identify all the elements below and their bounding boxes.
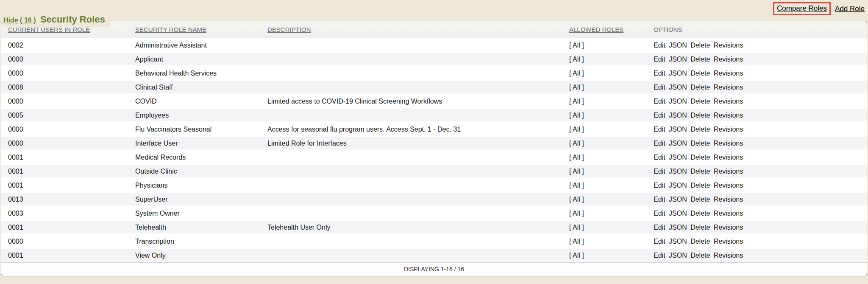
edit-link[interactable]: Edit (654, 98, 665, 105)
cell-options: Edit JSON Delete Revisions (654, 84, 867, 91)
delete-link[interactable]: Delete (690, 126, 710, 133)
table-footer: DISPLAYING 1-16 / 16 (1, 262, 867, 276)
cell-options: Edit JSON Delete Revisions (654, 154, 867, 161)
revisions-link[interactable]: Revisions (714, 140, 743, 147)
edit-link[interactable]: Edit (654, 112, 665, 119)
revisions-link[interactable]: Revisions (714, 168, 743, 175)
revisions-link[interactable]: Revisions (714, 252, 743, 259)
edit-link[interactable]: Edit (654, 168, 665, 175)
delete-link[interactable]: Delete (690, 84, 710, 91)
edit-link[interactable]: Edit (654, 84, 665, 91)
cell-security-role-name: Employees (135, 112, 267, 119)
edit-link[interactable]: Edit (654, 210, 665, 217)
cell-current-users-in-role: 0001 (8, 182, 135, 189)
delete-link[interactable]: Delete (690, 168, 710, 175)
revisions-link[interactable]: Revisions (714, 112, 743, 119)
revisions-link[interactable]: Revisions (714, 42, 743, 49)
json-link[interactable]: JSON (669, 182, 687, 189)
table-row: 0000 Interface User Limited Role for Int… (1, 136, 867, 150)
delete-link[interactable]: Delete (690, 98, 710, 105)
delete-link[interactable]: Delete (690, 252, 710, 259)
revisions-link[interactable]: Revisions (714, 210, 743, 217)
json-link[interactable]: JSON (669, 140, 687, 147)
delete-link[interactable]: Delete (690, 224, 710, 231)
cell-options: Edit JSON Delete Revisions (654, 126, 867, 133)
revisions-link[interactable]: Revisions (714, 154, 743, 161)
cell-allowed-roles: [ All ] (569, 140, 654, 147)
edit-link[interactable]: Edit (654, 238, 665, 245)
json-link[interactable]: JSON (669, 126, 687, 133)
json-link[interactable]: JSON (669, 56, 687, 63)
edit-link[interactable]: Edit (654, 70, 665, 77)
json-link[interactable]: JSON (669, 154, 687, 161)
delete-link[interactable]: Delete (690, 238, 710, 245)
revisions-link[interactable]: Revisions (714, 56, 743, 63)
delete-link[interactable]: Delete (690, 42, 710, 49)
cell-allowed-roles: [ All ] (569, 112, 654, 119)
delete-link[interactable]: Delete (690, 70, 710, 77)
json-link[interactable]: JSON (669, 112, 687, 119)
delete-link[interactable]: Delete (690, 140, 710, 147)
cell-allowed-roles: [ All ] (569, 196, 654, 203)
revisions-link[interactable]: Revisions (714, 224, 743, 231)
column-header-role-name[interactable]: SECURITY ROLE NAME (135, 26, 267, 33)
json-link[interactable]: JSON (669, 196, 687, 203)
cell-allowed-roles: [ All ] (569, 182, 654, 189)
json-link[interactable]: JSON (669, 224, 687, 231)
edit-link[interactable]: Edit (654, 196, 665, 203)
column-header-current-users[interactable]: CURRENT USERS IN ROLE (8, 26, 135, 33)
delete-link[interactable]: Delete (690, 182, 710, 189)
cell-allowed-roles: [ All ] (569, 56, 654, 63)
column-header-description[interactable]: DESCRIPTION (267, 26, 569, 33)
revisions-link[interactable]: Revisions (714, 182, 743, 189)
delete-link[interactable]: Delete (690, 196, 710, 203)
revisions-link[interactable]: Revisions (714, 238, 743, 245)
edit-link[interactable]: Edit (654, 42, 665, 49)
cell-security-role-name: Telehealth (135, 224, 267, 231)
page-title: Security Roles (40, 14, 105, 25)
table-row: 0001 Medical Records [ All ] Edit JSON D… (1, 150, 867, 164)
hide-toggle-link[interactable]: Hide ( 16 ) (3, 17, 36, 24)
revisions-link[interactable]: Revisions (714, 98, 743, 105)
json-link[interactable]: JSON (669, 70, 687, 77)
edit-link[interactable]: Edit (654, 56, 665, 63)
edit-link[interactable]: Edit (654, 252, 665, 259)
cell-current-users-in-role: 0003 (8, 210, 135, 217)
cell-current-users-in-role: 0000 (8, 238, 135, 245)
cell-security-role-name: Transcription (135, 238, 267, 245)
column-header-allowed-roles[interactable]: ALLOWED ROLES (569, 26, 654, 33)
security-roles-table: CURRENT USERS IN ROLE SECURITY ROLE NAME… (1, 21, 867, 276)
edit-link[interactable]: Edit (654, 154, 665, 161)
edit-link[interactable]: Edit (654, 182, 665, 189)
compare-roles-link[interactable]: Compare Roles (777, 4, 827, 12)
table-row: 0001 View Only [ All ] Edit JSON Delete … (1, 248, 867, 262)
cell-options: Edit JSON Delete Revisions (654, 196, 867, 203)
json-link[interactable]: JSON (669, 252, 687, 259)
cell-security-role-name: View Only (135, 252, 267, 259)
edit-link[interactable]: Edit (654, 126, 665, 133)
delete-link[interactable]: Delete (690, 112, 710, 119)
table-row: 0005 Employees [ All ] Edit JSON Delete … (1, 108, 867, 122)
delete-link[interactable]: Delete (690, 154, 710, 161)
revisions-link[interactable]: Revisions (714, 70, 743, 77)
revisions-link[interactable]: Revisions (714, 126, 743, 133)
cell-allowed-roles: [ All ] (569, 224, 654, 231)
delete-link[interactable]: Delete (690, 56, 710, 63)
json-link[interactable]: JSON (669, 210, 687, 217)
cell-current-users-in-role: 0001 (8, 252, 135, 259)
json-link[interactable]: JSON (669, 42, 687, 49)
edit-link[interactable]: Edit (654, 224, 665, 231)
json-link[interactable]: JSON (669, 84, 687, 91)
json-link[interactable]: JSON (669, 98, 687, 105)
cell-current-users-in-role: 0001 (8, 154, 135, 161)
revisions-link[interactable]: Revisions (714, 84, 743, 91)
cell-options: Edit JSON Delete Revisions (654, 140, 867, 147)
json-link[interactable]: JSON (669, 238, 687, 245)
edit-link[interactable]: Edit (654, 140, 665, 147)
delete-link[interactable]: Delete (690, 210, 710, 217)
cell-options: Edit JSON Delete Revisions (654, 168, 867, 175)
json-link[interactable]: JSON (669, 168, 687, 175)
table-header: CURRENT USERS IN ROLE SECURITY ROLE NAME… (1, 21, 867, 38)
add-role-link[interactable]: Add Role (835, 5, 865, 13)
revisions-link[interactable]: Revisions (714, 196, 743, 203)
